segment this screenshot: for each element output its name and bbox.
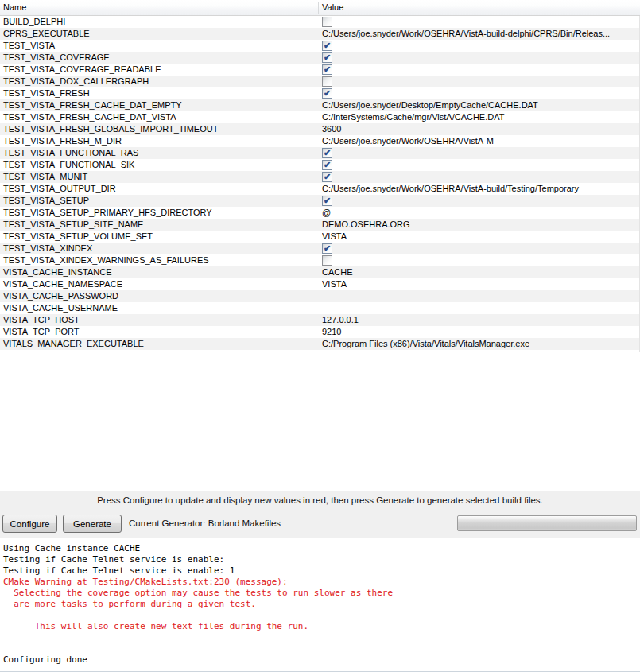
entry-value[interactable]: @ (322, 207, 638, 219)
table-row[interactable]: TEST_VISTA_DOX_CALLERGRAPH (0, 76, 640, 87)
entry-value[interactable]: C:/InterSystems/Cache/mgr/VistA/CACHE.DA… (322, 111, 638, 123)
log-line: This will also create new text files dur… (3, 621, 637, 632)
table-row[interactable]: TEST_VISTA_COVERAGE_READABLE✔ (0, 64, 640, 76)
checkbox-checked-icon[interactable]: ✔ (322, 41, 332, 51)
entry-name: TEST_VISTA_OUTPUT_DIR (3, 183, 116, 195)
entry-name: VISTA_CACHE_USERNAME (3, 302, 118, 314)
table-row[interactable]: BUILD_DELPHI (0, 16, 640, 28)
entry-value[interactable]: 3600 (322, 123, 638, 135)
table-row[interactable]: TEST_VISTA_XINDEX_WARNINGS_AS_FAILURES (0, 254, 640, 266)
table-row[interactable]: TEST_VISTA_FUNCTIONAL_SIK✔ (0, 159, 640, 171)
entry-name: TEST_VISTA_SETUP_VOLUME_SET (3, 231, 153, 243)
column-header-name[interactable]: Name (3, 0, 26, 15)
entry-name: TEST_VISTA_FRESH_CACHE_DAT_EMPTY (3, 99, 182, 111)
checkbox-checked-icon[interactable]: ✔ (322, 160, 332, 170)
log-line: Selecting the coverage option may cause … (3, 588, 637, 599)
table-row[interactable]: TEST_VISTA_FRESH_M_DIRC:/Users/joe.snyde… (0, 135, 640, 147)
entry-name: TEST_VISTA_FRESH_GLOBALS_IMPORT_TIMEOUT (3, 123, 218, 135)
table-row[interactable]: TEST_VISTA✔ (0, 40, 640, 52)
entry-value[interactable]: C:/Users/joe.snyder/Desktop/EmptyCache/C… (322, 99, 638, 111)
checkbox-checked-icon[interactable]: ✔ (322, 52, 332, 63)
entry-name: TEST_VISTA_FRESH_M_DIR (3, 135, 122, 147)
entry-value[interactable]: C:/Users/joe.snyder/Work/OSEHRA/VistA-bu… (322, 28, 638, 40)
log-line (3, 632, 637, 643)
checkbox-checked-icon[interactable]: ✔ (322, 64, 332, 75)
log-line: Using Cache instance CACHE (3, 543, 637, 554)
entry-value: ✔ (322, 64, 638, 76)
entry-value: ✔ (322, 147, 638, 159)
entry-value[interactable]: VISTA (322, 231, 638, 243)
entry-name: VISTA_TCP_HOST (3, 314, 80, 326)
entry-value[interactable]: VISTA (322, 278, 638, 290)
generate-button[interactable]: Generate (63, 515, 122, 533)
checkbox-checked-icon[interactable]: ✔ (322, 196, 332, 206)
entry-name: TEST_VISTA_DOX_CALLERGRAPH (3, 76, 149, 87)
table-row[interactable]: TEST_VISTA_FRESH_GLOBALS_IMPORT_TIMEOUT3… (0, 123, 640, 135)
log-line: CMake Warning at Testing/CMakeLists.txt:… (3, 577, 637, 588)
entry-name: TEST_VISTA_SETUP_PRIMARY_HFS_DIRECTORY (3, 207, 212, 219)
table-row[interactable]: VITALS_MANAGER_EXECUTABLEC:/Program File… (0, 338, 640, 350)
table-row[interactable]: VISTA_CACHE_USERNAME (0, 302, 640, 314)
table-header: Name Value (0, 0, 640, 16)
checkbox-checked-icon[interactable]: ✔ (322, 243, 332, 254)
entry-name: TEST_VISTA_COVERAGE (3, 52, 110, 64)
entry-value[interactable]: CACHE (322, 266, 638, 278)
entry-value: ✔ (322, 159, 638, 171)
checkbox-unchecked-icon[interactable] (322, 255, 332, 266)
table-row[interactable]: TEST_VISTA_SETUP_SITE_NAMEDEMO.OSEHRA.OR… (0, 219, 640, 231)
entry-value[interactable]: C:/Users/joe.snyder/Work/OSEHRA/VistA-bu… (322, 183, 638, 195)
table-row[interactable]: VISTA_CACHE_NAMESPACEVISTA (0, 278, 640, 290)
table-row[interactable]: VISTA_CACHE_PASSWORD (0, 290, 640, 302)
entry-name: TEST_VISTA_COVERAGE_READABLE (3, 64, 161, 76)
entry-name: TEST_VISTA_XINDEX (3, 243, 92, 254)
entry-name: VISTA_CACHE_INSTANCE (3, 266, 112, 278)
checkbox-checked-icon[interactable]: ✔ (322, 88, 332, 99)
entry-value[interactable]: 127.0.0.1 (322, 314, 638, 326)
table-row[interactable]: TEST_VISTA_FRESH✔ (0, 87, 640, 99)
checkbox-unchecked-icon[interactable] (322, 17, 332, 27)
table-row[interactable]: TEST_VISTA_MUNIT✔ (0, 171, 640, 183)
table-row[interactable]: TEST_VISTA_SETUP✔ (0, 195, 640, 207)
entry-value: ✔ (322, 40, 638, 52)
entry-name: TEST_VISTA_FRESH (3, 87, 90, 99)
log-line: Configuring done (3, 655, 637, 666)
entry-value[interactable]: 9210 (322, 326, 638, 338)
table-row[interactable]: TEST_VISTA_XINDEX✔ (0, 243, 640, 254)
output-log[interactable]: Using Cache instance CACHETesting if Cac… (0, 539, 640, 672)
table-row[interactable]: TEST_VISTA_COVERAGE✔ (0, 52, 640, 64)
entry-value: ✔ (322, 195, 638, 207)
checkbox-checked-icon[interactable]: ✔ (322, 148, 332, 158)
table-row[interactable]: VISTA_CACHE_INSTANCECACHE (0, 266, 640, 278)
table-row[interactable]: CPRS_EXECUTABLEC:/Users/joe.snyder/Work/… (0, 28, 640, 40)
checkbox-checked-icon[interactable]: ✔ (322, 172, 332, 182)
log-line: are more tasks to perform during a given… (3, 599, 637, 610)
table-row[interactable]: TEST_VISTA_FRESH_CACHE_DAT_EMPTYC:/Users… (0, 99, 640, 111)
entry-value[interactable]: C:/Program Files (x86)/Vista/Vitals/Vita… (322, 338, 638, 350)
entry-value[interactable]: DEMO.OSEHRA.ORG (322, 219, 638, 231)
table-row[interactable]: VISTA_TCP_PORT9210 (0, 326, 640, 338)
entry-value: ✔ (322, 87, 638, 99)
checkbox-unchecked-icon[interactable] (322, 76, 332, 87)
entry-value[interactable]: C:/Users/joe.snyder/Work/OSEHRA/VistA-M (322, 135, 638, 147)
log-line (3, 610, 637, 621)
table-row[interactable]: TEST_VISTA_FUNCTIONAL_RAS✔ (0, 147, 640, 159)
log-line: Testing if Cache Telnet service is enabl… (3, 565, 637, 577)
configure-button[interactable]: Configure (2, 515, 57, 533)
current-generator-label: Current Generator: Borland Makefiles (129, 515, 281, 533)
table-row[interactable]: TEST_VISTA_FRESH_CACHE_DAT_VISTAC:/Inter… (0, 111, 640, 123)
instruction-text: Press Configure to update and display ne… (0, 495, 640, 505)
table-row[interactable]: TEST_VISTA_OUTPUT_DIRC:/Users/joe.snyder… (0, 183, 640, 195)
column-divider[interactable] (318, 2, 319, 14)
entry-value (322, 16, 638, 28)
cmake-gui-window: Name Value BUILD_DELPHICPRS_EXECUTABLEC:… (0, 0, 640, 672)
cache-values-table: Name Value BUILD_DELPHICPRS_EXECUTABLEC:… (0, 0, 640, 491)
entry-name: VISTA_CACHE_PASSWORD (3, 290, 118, 302)
column-header-value[interactable]: Value (322, 0, 343, 15)
controls-section: Press Configure to update and display ne… (0, 491, 640, 538)
table-row[interactable]: VISTA_TCP_HOST127.0.0.1 (0, 314, 640, 326)
table-row[interactable]: TEST_VISTA_SETUP_VOLUME_SETVISTA (0, 231, 640, 243)
table-row[interactable]: TEST_VISTA_SETUP_PRIMARY_HFS_DIRECTORY@ (0, 207, 640, 219)
entry-name: CPRS_EXECUTABLE (3, 28, 90, 40)
entry-name: BUILD_DELPHI (3, 16, 65, 28)
table-rows: BUILD_DELPHICPRS_EXECUTABLEC:/Users/joe.… (0, 16, 640, 350)
